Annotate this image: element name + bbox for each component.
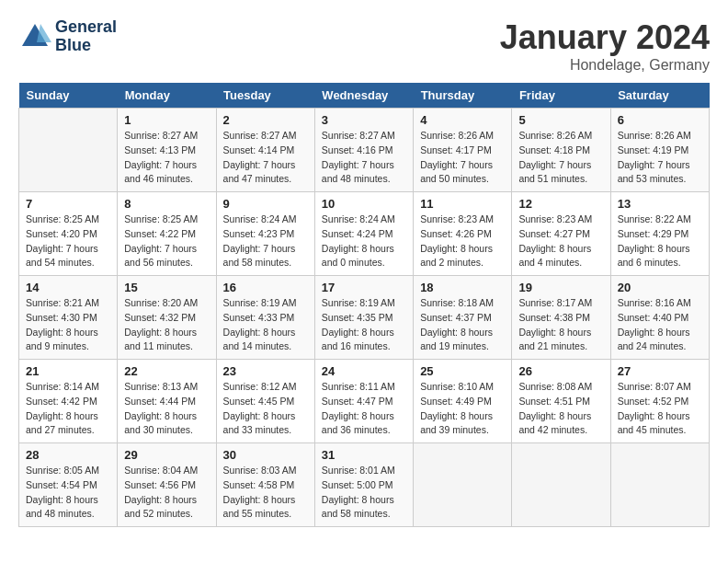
day-number: 16 <box>223 281 308 294</box>
day-header-sunday: Sunday <box>19 83 118 109</box>
calendar-cell: 27Sunrise: 8:07 AM Sunset: 4:52 PM Dayli… <box>610 360 709 443</box>
calendar-cell: 21Sunrise: 8:14 AM Sunset: 4:42 PM Dayli… <box>19 360 118 443</box>
day-header-friday: Friday <box>512 83 610 109</box>
calendar-cell: 13Sunrise: 8:22 AM Sunset: 4:29 PM Dayli… <box>610 192 709 276</box>
day-info: Sunrise: 8:16 AM Sunset: 4:40 PM Dayligh… <box>618 296 702 354</box>
calendar-cell: 3Sunrise: 8:27 AM Sunset: 4:16 PM Daylig… <box>314 109 413 192</box>
day-info: Sunrise: 8:17 AM Sunset: 4:38 PM Dayligh… <box>518 296 603 354</box>
calendar-cell: 20Sunrise: 8:16 AM Sunset: 4:40 PM Dayli… <box>610 276 709 360</box>
calendar-cell: 28Sunrise: 8:05 AM Sunset: 4:54 PM Dayli… <box>19 443 118 527</box>
calendar-cell: 4Sunrise: 8:26 AM Sunset: 4:17 PM Daylig… <box>414 109 512 192</box>
day-info: Sunrise: 8:23 AM Sunset: 4:26 PM Dayligh… <box>420 213 505 270</box>
day-number: 15 <box>124 281 209 294</box>
day-number: 10 <box>322 197 406 211</box>
day-number: 17 <box>322 281 406 294</box>
day-number: 20 <box>618 281 702 294</box>
calendar-cell: 5Sunrise: 8:26 AM Sunset: 4:18 PM Daylig… <box>512 109 610 192</box>
day-number: 9 <box>223 197 308 211</box>
day-number: 11 <box>420 197 505 211</box>
day-number: 19 <box>518 281 603 294</box>
week-row-1: 7Sunrise: 8:25 AM Sunset: 4:20 PM Daylig… <box>19 192 710 276</box>
day-number: 25 <box>420 364 505 378</box>
calendar-cell: 30Sunrise: 8:03 AM Sunset: 4:58 PM Dayli… <box>216 443 314 527</box>
day-number: 28 <box>26 448 110 462</box>
day-info: Sunrise: 8:14 AM Sunset: 4:42 PM Dayligh… <box>26 380 110 438</box>
day-info: Sunrise: 8:19 AM Sunset: 4:33 PM Dayligh… <box>223 296 308 354</box>
day-info: Sunrise: 8:20 AM Sunset: 4:32 PM Dayligh… <box>124 296 209 354</box>
day-number: 24 <box>322 364 406 378</box>
calendar-cell: 22Sunrise: 8:13 AM Sunset: 4:44 PM Dayli… <box>118 360 216 443</box>
day-info: Sunrise: 8:27 AM Sunset: 4:13 PM Dayligh… <box>124 129 209 187</box>
calendar-cell: 12Sunrise: 8:23 AM Sunset: 4:27 PM Dayli… <box>512 192 610 276</box>
calendar-cell: 9Sunrise: 8:24 AM Sunset: 4:23 PM Daylig… <box>216 192 314 276</box>
day-number: 31 <box>322 448 406 462</box>
day-header-thursday: Thursday <box>414 83 512 109</box>
week-row-0: 1Sunrise: 8:27 AM Sunset: 4:13 PM Daylig… <box>19 109 710 192</box>
day-info: Sunrise: 8:23 AM Sunset: 4:27 PM Dayligh… <box>518 213 603 270</box>
logo: General Blue <box>18 18 117 55</box>
day-header-tuesday: Tuesday <box>216 83 314 109</box>
day-info: Sunrise: 8:25 AM Sunset: 4:22 PM Dayligh… <box>124 213 209 270</box>
day-info: Sunrise: 8:26 AM Sunset: 4:18 PM Dayligh… <box>518 129 603 187</box>
month-title: January 2024 <box>500 18 710 57</box>
location-title: Hondelage, Germany <box>500 57 710 74</box>
day-number: 6 <box>618 113 702 127</box>
calendar-cell: 24Sunrise: 8:11 AM Sunset: 4:47 PM Dayli… <box>314 360 413 443</box>
calendar-cell: 8Sunrise: 8:25 AM Sunset: 4:22 PM Daylig… <box>118 192 216 276</box>
day-info: Sunrise: 8:25 AM Sunset: 4:20 PM Dayligh… <box>26 213 110 270</box>
day-number: 30 <box>223 448 308 462</box>
title-block: January 2024 Hondelage, Germany <box>500 18 710 74</box>
day-info: Sunrise: 8:19 AM Sunset: 4:35 PM Dayligh… <box>322 296 406 354</box>
day-info: Sunrise: 8:18 AM Sunset: 4:37 PM Dayligh… <box>420 296 505 354</box>
day-info: Sunrise: 8:27 AM Sunset: 4:14 PM Dayligh… <box>223 129 308 187</box>
day-info: Sunrise: 8:26 AM Sunset: 4:19 PM Dayligh… <box>618 129 702 187</box>
calendar-cell: 23Sunrise: 8:12 AM Sunset: 4:45 PM Dayli… <box>216 360 314 443</box>
day-info: Sunrise: 8:21 AM Sunset: 4:30 PM Dayligh… <box>26 296 110 354</box>
day-number: 8 <box>124 197 209 211</box>
day-info: Sunrise: 8:01 AM Sunset: 5:00 PM Dayligh… <box>322 464 406 522</box>
calendar-table: SundayMondayTuesdayWednesdayThursdayFrid… <box>18 83 710 527</box>
calendar-cell: 18Sunrise: 8:18 AM Sunset: 4:37 PM Dayli… <box>414 276 512 360</box>
day-number: 13 <box>618 197 702 211</box>
day-info: Sunrise: 8:24 AM Sunset: 4:24 PM Dayligh… <box>322 213 406 270</box>
day-number: 18 <box>420 281 505 294</box>
day-number: 26 <box>518 364 603 378</box>
svg-marker-1 <box>37 24 51 42</box>
day-number: 1 <box>124 113 209 127</box>
calendar-cell <box>610 443 709 527</box>
calendar-cell: 15Sunrise: 8:20 AM Sunset: 4:32 PM Dayli… <box>118 276 216 360</box>
calendar-cell <box>19 109 118 192</box>
day-number: 12 <box>518 197 603 211</box>
day-number: 5 <box>518 113 603 127</box>
week-row-2: 14Sunrise: 8:21 AM Sunset: 4:30 PM Dayli… <box>19 276 710 360</box>
calendar-cell: 31Sunrise: 8:01 AM Sunset: 5:00 PM Dayli… <box>314 443 413 527</box>
calendar-cell: 10Sunrise: 8:24 AM Sunset: 4:24 PM Dayli… <box>314 192 413 276</box>
day-number: 7 <box>26 197 110 211</box>
logo-icon <box>18 20 51 53</box>
day-info: Sunrise: 8:10 AM Sunset: 4:49 PM Dayligh… <box>420 380 505 438</box>
calendar-cell: 16Sunrise: 8:19 AM Sunset: 4:33 PM Dayli… <box>216 276 314 360</box>
day-header-monday: Monday <box>118 83 216 109</box>
day-number: 23 <box>223 364 308 378</box>
day-number: 27 <box>618 364 702 378</box>
calendar-cell: 17Sunrise: 8:19 AM Sunset: 4:35 PM Dayli… <box>314 276 413 360</box>
calendar-cell: 19Sunrise: 8:17 AM Sunset: 4:38 PM Dayli… <box>512 276 610 360</box>
day-info: Sunrise: 8:24 AM Sunset: 4:23 PM Dayligh… <box>223 213 308 270</box>
day-info: Sunrise: 8:07 AM Sunset: 4:52 PM Dayligh… <box>618 380 702 438</box>
day-info: Sunrise: 8:12 AM Sunset: 4:45 PM Dayligh… <box>223 380 308 438</box>
day-number: 29 <box>124 448 209 462</box>
day-info: Sunrise: 8:11 AM Sunset: 4:47 PM Dayligh… <box>322 380 406 438</box>
calendar-cell: 1Sunrise: 8:27 AM Sunset: 4:13 PM Daylig… <box>118 109 216 192</box>
day-number: 14 <box>26 281 110 294</box>
day-number: 21 <box>26 364 110 378</box>
day-number: 2 <box>223 113 308 127</box>
day-info: Sunrise: 8:04 AM Sunset: 4:56 PM Dayligh… <box>124 464 209 522</box>
day-info: Sunrise: 8:22 AM Sunset: 4:29 PM Dayligh… <box>618 213 702 270</box>
day-info: Sunrise: 8:13 AM Sunset: 4:44 PM Dayligh… <box>124 380 209 438</box>
calendar-cell: 26Sunrise: 8:08 AM Sunset: 4:51 PM Dayli… <box>512 360 610 443</box>
logo-line1: General <box>55 18 117 37</box>
calendar-cell: 7Sunrise: 8:25 AM Sunset: 4:20 PM Daylig… <box>19 192 118 276</box>
day-number: 4 <box>420 113 505 127</box>
day-info: Sunrise: 8:27 AM Sunset: 4:16 PM Dayligh… <box>322 129 406 187</box>
day-info: Sunrise: 8:26 AM Sunset: 4:17 PM Dayligh… <box>420 129 505 187</box>
